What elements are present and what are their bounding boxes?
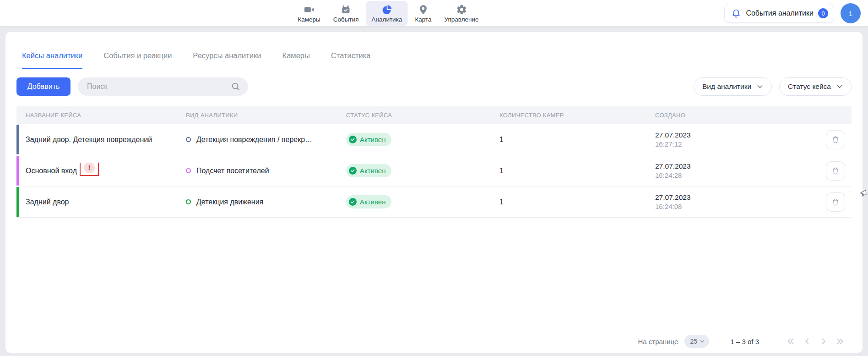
- delete-case-button[interactable]: [826, 161, 845, 181]
- case-name: Задний двор: [26, 198, 69, 206]
- warning-exclamation-icon: !: [84, 163, 95, 173]
- created-cell: 27.07.2023 16:24:08: [646, 193, 795, 211]
- analytics-type-text: Подсчет посетителей: [196, 167, 269, 175]
- user-avatar[interactable]: 1: [841, 3, 861, 23]
- created-cell: 27.07.2023 16:27:12: [646, 131, 795, 149]
- nav-label: Управление: [445, 16, 479, 23]
- pagination-bar: На странице 25 1 – 3 of 3: [5, 334, 863, 349]
- table-row[interactable]: Задний двор. Детекция повреждений Детекц…: [16, 124, 852, 155]
- camera-icon: [304, 4, 315, 15]
- case-accent-bar: [16, 156, 19, 186]
- nav-item-cameras[interactable]: Камеры: [292, 1, 326, 26]
- per-page-select[interactable]: 25: [684, 335, 709, 348]
- search-icon: [231, 82, 241, 92]
- bell-icon: [731, 8, 741, 18]
- status-badge: Активен: [346, 133, 391, 146]
- add-case-button[interactable]: Добавить: [16, 77, 71, 96]
- main-navigation: Камеры События Аналитика Карта Управлени…: [292, 0, 484, 27]
- tab-cameras[interactable]: Камеры: [282, 51, 310, 69]
- check-circle-icon: [349, 198, 357, 206]
- analytics-events-label: События аналитики: [746, 9, 814, 17]
- nav-item-management[interactable]: Управление: [439, 1, 484, 26]
- trash-icon: [831, 135, 840, 144]
- table-row[interactable]: Задний двор Детекция движения Активен 1 …: [16, 186, 852, 218]
- analytics-type-text: Детекция движения: [196, 198, 263, 206]
- case-name: Задний двор. Детекция повреждений: [26, 136, 152, 144]
- gear-icon: [456, 4, 467, 15]
- chevron-right-icon: [819, 336, 829, 346]
- delete-case-button[interactable]: [826, 192, 845, 212]
- status-text: Активен: [360, 136, 385, 143]
- first-page-button[interactable]: [785, 335, 797, 347]
- row-actions-cell: [795, 130, 852, 149]
- events-icon: [341, 4, 352, 15]
- next-page-button[interactable]: [818, 335, 830, 347]
- nav-item-analytics[interactable]: Аналитика: [366, 1, 408, 26]
- header-right-cluster: События аналитики 0 1: [724, 3, 861, 23]
- analytics-type-text: Детекция повреждения / перекр…: [196, 136, 312, 144]
- analytics-page-card: Кейсы аналитики События и реакции Ресурс…: [5, 32, 863, 353]
- camera-count-cell: 1: [490, 136, 646, 144]
- warning-annotation-box: !: [80, 163, 99, 176]
- status-badge: Активен: [346, 195, 391, 208]
- camera-count-cell: 1: [490, 198, 646, 206]
- top-header: Камеры События Аналитика Карта Управлени…: [0, 0, 868, 27]
- case-accent-bar: [16, 125, 19, 154]
- tab-statistics[interactable]: Статистика: [331, 51, 371, 69]
- row-actions-cell: [795, 161, 852, 181]
- search-input[interactable]: [78, 77, 248, 96]
- analytics-type-filter[interactable]: Вид аналитики: [694, 77, 772, 96]
- case-status-cell: Активен: [337, 195, 490, 208]
- created-date: 27.07.2023: [655, 193, 795, 202]
- analytics-type-ring-icon: [186, 168, 191, 173]
- double-chevron-left-icon: [786, 336, 796, 346]
- trash-icon: [831, 197, 840, 207]
- tab-analytics-cases[interactable]: Кейсы аналитики: [22, 51, 82, 69]
- chevron-left-icon: [802, 336, 812, 346]
- column-header-created: СОЗДАНО: [646, 112, 795, 119]
- case-name-cell: Задний двор. Детекция повреждений: [16, 136, 177, 144]
- check-circle-icon: [349, 136, 357, 143]
- previous-page-button[interactable]: [801, 335, 813, 347]
- page-range-label: 1 – 3 of 3: [730, 338, 759, 345]
- created-time: 16:24:28: [655, 171, 795, 180]
- tab-analytics-resources[interactable]: Ресурсы аналитики: [193, 51, 261, 69]
- check-circle-icon: [349, 167, 357, 175]
- analytics-type-cell: Подсчет посетителей: [177, 167, 337, 175]
- cases-table: НАЗВАНИЕ КЕЙСА ВИД АНАЛИТИКИ СТАТУС КЕЙС…: [16, 106, 852, 218]
- case-status-filter-label: Статус кейса: [788, 82, 831, 91]
- analytics-events-button[interactable]: События аналитики 0: [724, 4, 834, 23]
- column-header-case-status: СТАТУС КЕЙСА: [337, 112, 490, 119]
- pagination-arrows: [785, 335, 846, 347]
- nav-item-events[interactable]: События: [328, 1, 364, 26]
- trash-icon: [831, 166, 840, 175]
- delete-case-button[interactable]: [826, 130, 845, 149]
- analytics-type-cell: Детекция повреждения / перекр…: [177, 136, 337, 144]
- chevron-down-icon: [699, 338, 705, 345]
- camera-count-cell: 1: [490, 167, 646, 175]
- chevron-down-icon: [835, 82, 844, 91]
- last-page-button[interactable]: [834, 335, 846, 347]
- nav-label: Камеры: [298, 16, 320, 23]
- mouse-cursor: [859, 189, 867, 199]
- column-header-analytics-type: ВИД АНАЛИТИКИ: [177, 112, 337, 119]
- nav-label: Карта: [415, 16, 431, 23]
- page-tabs: Кейсы аналитики События и реакции Ресурс…: [5, 32, 863, 69]
- events-count-badge: 0: [818, 8, 828, 18]
- per-page-label: На странице: [638, 338, 678, 345]
- case-status-filter[interactable]: Статус кейса: [779, 77, 852, 96]
- nav-item-map[interactable]: Карта: [409, 1, 437, 26]
- map-pin-icon: [418, 4, 429, 15]
- status-text: Активен: [360, 198, 385, 206]
- created-date: 27.07.2023: [655, 162, 795, 171]
- created-time: 16:27:12: [655, 140, 795, 149]
- tab-events-and-reactions[interactable]: События и реакции: [103, 51, 172, 69]
- search-field: [78, 77, 248, 96]
- table-row[interactable]: Основной вход ! Подсчет посетителей Акти…: [16, 155, 852, 186]
- analytics-type-cell: Детекция движения: [177, 198, 337, 206]
- nav-label: События: [333, 16, 359, 23]
- row-actions-cell: [795, 192, 852, 212]
- table-header-row: НАЗВАНИЕ КЕЙСА ВИД АНАЛИТИКИ СТАТУС КЕЙС…: [16, 106, 852, 124]
- analytics-type-ring-icon: [186, 199, 191, 204]
- status-text: Активен: [360, 167, 385, 175]
